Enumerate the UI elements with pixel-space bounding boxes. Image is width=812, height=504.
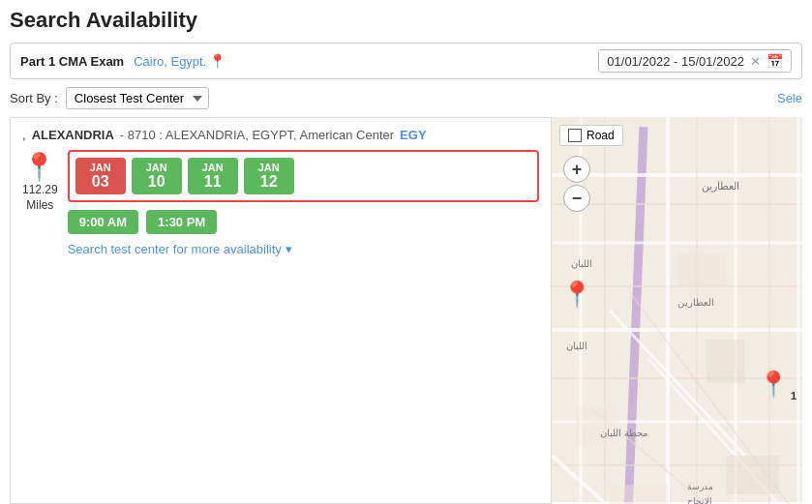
- times-row: 9:00 AM 1:30 PM: [68, 210, 539, 234]
- map-panel: العطارين اللبان العطارين اللبان محطة الل…: [552, 117, 802, 504]
- result-map-pin-icon: 📍: [22, 154, 58, 181]
- sort-bar: Sort By : Closest Test Center Date Name …: [10, 87, 802, 109]
- date-btn-jan03[interactable]: JAN 03: [75, 158, 126, 194]
- search-more-text: Search test center for more availability: [68, 242, 282, 256]
- date-btn-jan11[interactable]: JAN 11: [188, 158, 238, 194]
- dates-grid: JAN 03 JAN 10 JAN 11: [68, 150, 539, 202]
- select-link[interactable]: Sele: [777, 91, 802, 105]
- dates-times-column: JAN 03 JAN 10 JAN 11: [68, 150, 539, 256]
- svg-text:اللبان: اللبان: [566, 341, 587, 351]
- svg-rect-27: [576, 407, 619, 446]
- svg-text:مدرسة: مدرسة: [687, 482, 713, 492]
- result-city: ALEXANDRIA: [32, 128, 114, 142]
- map-controls: + −: [563, 156, 590, 212]
- map-pin-right-icon: 📍: [758, 370, 789, 400]
- svg-rect-29: [610, 485, 668, 504]
- date-month-2: JAN: [202, 162, 224, 173]
- road-label-text: Road: [586, 129, 615, 142]
- calendar-icon[interactable]: 📅: [767, 53, 783, 69]
- map-road-label[interactable]: Road: [559, 125, 623, 146]
- map-pin-left-icon: 📍: [561, 280, 592, 310]
- main-content: , ALEXANDRIA - 8710 : ALEXANDRIA, EGYPT,…: [10, 117, 802, 504]
- zoom-in-button[interactable]: +: [563, 156, 590, 183]
- date-day-0: 03: [92, 173, 109, 191]
- location-pin-icon: 📍: [209, 53, 226, 69]
- sort-select[interactable]: Closest Test Center Date Name: [66, 87, 209, 109]
- result-miles: 112.29Miles: [22, 183, 58, 213]
- search-more-arrow-icon: ▾: [286, 242, 292, 256]
- date-range-text: 01/01/2022 - 15/01/2022: [607, 54, 744, 69]
- svg-rect-28: [726, 456, 779, 494]
- result-item: , ALEXANDRIA - 8710 : ALEXANDRIA, EGYPT,…: [11, 118, 551, 266]
- result-header: , ALEXANDRIA - 8710 : ALEXANDRIA, EGYPT,…: [22, 128, 539, 142]
- time-btn-130pm[interactable]: 1:30 PM: [146, 210, 217, 234]
- svg-rect-25: [677, 252, 726, 286]
- date-day-3: 12: [260, 173, 278, 191]
- clear-date-icon[interactable]: ✕: [750, 54, 761, 69]
- result-center-info: - 8710 : ALEXANDRIA, EGYPT, American Cen…: [120, 128, 394, 142]
- results-panel: , ALEXANDRIA - 8710 : ALEXANDRIA, EGYPT,…: [10, 117, 552, 504]
- map-background: العطارين اللبان العطارين اللبان محطة الل…: [552, 117, 802, 504]
- date-range-selector[interactable]: 01/01/2022 - 15/01/2022 ✕ 📅: [598, 49, 792, 73]
- exam-label: Part 1 CMA Exam: [20, 54, 124, 69]
- location-text: Cairo, Egypt.: [134, 54, 206, 69]
- result-prefix: ,: [22, 128, 26, 142]
- location-label: Cairo, Egypt. 📍: [134, 53, 226, 69]
- date-day-1: 10: [148, 173, 165, 191]
- svg-text:الانجاح: الانجاح: [687, 496, 712, 504]
- road-icon: [568, 129, 582, 142]
- date-month-1: JAN: [146, 162, 167, 173]
- svg-text:العطارين: العطارين: [702, 180, 739, 193]
- sort-label: Sort By :: [10, 91, 58, 105]
- result-country-code: EGY: [400, 128, 426, 142]
- date-month-0: JAN: [90, 162, 111, 173]
- search-more-link[interactable]: Search test center for more availability…: [68, 242, 539, 256]
- date-btn-jan10[interactable]: JAN 10: [132, 158, 182, 194]
- zoom-out-button[interactable]: −: [563, 185, 590, 212]
- svg-text:محطة اللبان: محطة اللبان: [600, 428, 647, 438]
- map-pin-number: 1: [791, 390, 797, 401]
- date-day-2: 11: [204, 173, 222, 191]
- svg-text:اللبان: اللبان: [571, 258, 592, 269]
- time-btn-900am[interactable]: 9:00 AM: [68, 210, 138, 234]
- filter-bar: Part 1 CMA Exam Cairo, Egypt. 📍 01/01/20…: [10, 43, 802, 79]
- page-title: Search Availability: [10, 8, 802, 33]
- svg-rect-26: [707, 340, 745, 383]
- result-location-column: 📍 112.29Miles: [22, 150, 58, 213]
- date-month-3: JAN: [258, 162, 280, 173]
- result-body: 📍 112.29Miles JAN 03 JAN 10: [22, 150, 539, 256]
- date-btn-jan12[interactable]: JAN 12: [244, 158, 294, 194]
- svg-text:العطارين: العطارين: [677, 297, 714, 309]
